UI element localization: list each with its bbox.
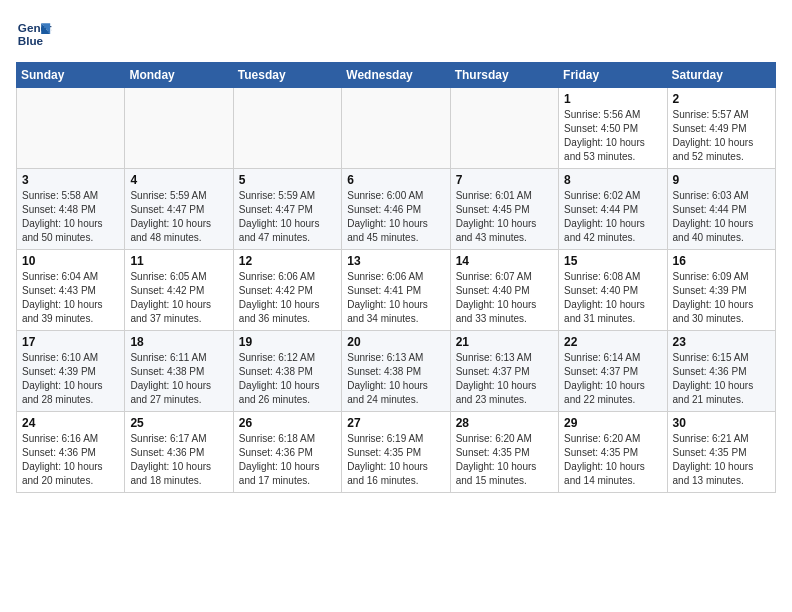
week-row-1: 3Sunrise: 5:58 AMSunset: 4:48 PMDaylight… (17, 169, 776, 250)
calendar-cell: 5Sunrise: 5:59 AMSunset: 4:47 PMDaylight… (233, 169, 341, 250)
calendar-cell: 6Sunrise: 6:00 AMSunset: 4:46 PMDaylight… (342, 169, 450, 250)
day-number: 10 (22, 254, 119, 268)
day-number: 14 (456, 254, 553, 268)
day-number: 13 (347, 254, 444, 268)
day-number: 9 (673, 173, 770, 187)
day-info: Sunrise: 5:59 AMSunset: 4:47 PMDaylight:… (130, 189, 227, 245)
weekday-tuesday: Tuesday (233, 63, 341, 88)
day-info: Sunrise: 6:17 AMSunset: 4:36 PMDaylight:… (130, 432, 227, 488)
day-number: 8 (564, 173, 661, 187)
calendar-table: SundayMondayTuesdayWednesdayThursdayFrid… (16, 62, 776, 493)
calendar-cell: 28Sunrise: 6:20 AMSunset: 4:35 PMDayligh… (450, 412, 558, 493)
day-number: 25 (130, 416, 227, 430)
day-number: 21 (456, 335, 553, 349)
day-info: Sunrise: 6:21 AMSunset: 4:35 PMDaylight:… (673, 432, 770, 488)
day-info: Sunrise: 6:06 AMSunset: 4:41 PMDaylight:… (347, 270, 444, 326)
day-info: Sunrise: 6:07 AMSunset: 4:40 PMDaylight:… (456, 270, 553, 326)
day-number: 18 (130, 335, 227, 349)
weekday-thursday: Thursday (450, 63, 558, 88)
day-info: Sunrise: 6:05 AMSunset: 4:42 PMDaylight:… (130, 270, 227, 326)
calendar-cell: 4Sunrise: 5:59 AMSunset: 4:47 PMDaylight… (125, 169, 233, 250)
day-number: 16 (673, 254, 770, 268)
calendar-cell: 1Sunrise: 5:56 AMSunset: 4:50 PMDaylight… (559, 88, 667, 169)
day-info: Sunrise: 6:04 AMSunset: 4:43 PMDaylight:… (22, 270, 119, 326)
week-row-4: 24Sunrise: 6:16 AMSunset: 4:36 PMDayligh… (17, 412, 776, 493)
day-number: 23 (673, 335, 770, 349)
week-row-2: 10Sunrise: 6:04 AMSunset: 4:43 PMDayligh… (17, 250, 776, 331)
day-info: Sunrise: 6:10 AMSunset: 4:39 PMDaylight:… (22, 351, 119, 407)
week-row-3: 17Sunrise: 6:10 AMSunset: 4:39 PMDayligh… (17, 331, 776, 412)
calendar-cell: 26Sunrise: 6:18 AMSunset: 4:36 PMDayligh… (233, 412, 341, 493)
calendar-cell: 24Sunrise: 6:16 AMSunset: 4:36 PMDayligh… (17, 412, 125, 493)
day-number: 24 (22, 416, 119, 430)
calendar-cell: 19Sunrise: 6:12 AMSunset: 4:38 PMDayligh… (233, 331, 341, 412)
week-row-0: 1Sunrise: 5:56 AMSunset: 4:50 PMDaylight… (17, 88, 776, 169)
day-number: 6 (347, 173, 444, 187)
calendar-cell: 29Sunrise: 6:20 AMSunset: 4:35 PMDayligh… (559, 412, 667, 493)
calendar-cell: 15Sunrise: 6:08 AMSunset: 4:40 PMDayligh… (559, 250, 667, 331)
calendar-cell (17, 88, 125, 169)
day-number: 1 (564, 92, 661, 106)
weekday-wednesday: Wednesday (342, 63, 450, 88)
day-info: Sunrise: 6:19 AMSunset: 4:35 PMDaylight:… (347, 432, 444, 488)
day-info: Sunrise: 6:08 AMSunset: 4:40 PMDaylight:… (564, 270, 661, 326)
weekday-sunday: Sunday (17, 63, 125, 88)
day-info: Sunrise: 6:03 AMSunset: 4:44 PMDaylight:… (673, 189, 770, 245)
day-info: Sunrise: 6:14 AMSunset: 4:37 PMDaylight:… (564, 351, 661, 407)
day-info: Sunrise: 6:15 AMSunset: 4:36 PMDaylight:… (673, 351, 770, 407)
calendar-cell: 21Sunrise: 6:13 AMSunset: 4:37 PMDayligh… (450, 331, 558, 412)
svg-text:Blue: Blue (18, 34, 44, 47)
calendar-cell: 22Sunrise: 6:14 AMSunset: 4:37 PMDayligh… (559, 331, 667, 412)
calendar-cell: 7Sunrise: 6:01 AMSunset: 4:45 PMDaylight… (450, 169, 558, 250)
calendar-cell: 27Sunrise: 6:19 AMSunset: 4:35 PMDayligh… (342, 412, 450, 493)
day-number: 7 (456, 173, 553, 187)
day-number: 4 (130, 173, 227, 187)
day-info: Sunrise: 6:20 AMSunset: 4:35 PMDaylight:… (564, 432, 661, 488)
calendar-cell: 13Sunrise: 6:06 AMSunset: 4:41 PMDayligh… (342, 250, 450, 331)
day-number: 3 (22, 173, 119, 187)
weekday-header-row: SundayMondayTuesdayWednesdayThursdayFrid… (17, 63, 776, 88)
day-number: 30 (673, 416, 770, 430)
day-info: Sunrise: 6:01 AMSunset: 4:45 PMDaylight:… (456, 189, 553, 245)
day-number: 5 (239, 173, 336, 187)
calendar-cell (342, 88, 450, 169)
day-number: 20 (347, 335, 444, 349)
day-number: 2 (673, 92, 770, 106)
day-info: Sunrise: 6:18 AMSunset: 4:36 PMDaylight:… (239, 432, 336, 488)
calendar-cell: 8Sunrise: 6:02 AMSunset: 4:44 PMDaylight… (559, 169, 667, 250)
calendar-cell: 18Sunrise: 6:11 AMSunset: 4:38 PMDayligh… (125, 331, 233, 412)
day-info: Sunrise: 6:02 AMSunset: 4:44 PMDaylight:… (564, 189, 661, 245)
day-info: Sunrise: 6:20 AMSunset: 4:35 PMDaylight:… (456, 432, 553, 488)
day-info: Sunrise: 6:06 AMSunset: 4:42 PMDaylight:… (239, 270, 336, 326)
weekday-friday: Friday (559, 63, 667, 88)
header: General Blue (16, 16, 776, 52)
calendar-cell (450, 88, 558, 169)
day-info: Sunrise: 6:13 AMSunset: 4:37 PMDaylight:… (456, 351, 553, 407)
calendar-cell: 20Sunrise: 6:13 AMSunset: 4:38 PMDayligh… (342, 331, 450, 412)
day-number: 15 (564, 254, 661, 268)
calendar-cell: 9Sunrise: 6:03 AMSunset: 4:44 PMDaylight… (667, 169, 775, 250)
day-number: 17 (22, 335, 119, 349)
day-info: Sunrise: 5:59 AMSunset: 4:47 PMDaylight:… (239, 189, 336, 245)
day-number: 27 (347, 416, 444, 430)
calendar-cell: 3Sunrise: 5:58 AMSunset: 4:48 PMDaylight… (17, 169, 125, 250)
day-number: 11 (130, 254, 227, 268)
calendar-cell: 23Sunrise: 6:15 AMSunset: 4:36 PMDayligh… (667, 331, 775, 412)
weekday-saturday: Saturday (667, 63, 775, 88)
day-info: Sunrise: 6:13 AMSunset: 4:38 PMDaylight:… (347, 351, 444, 407)
day-info: Sunrise: 6:09 AMSunset: 4:39 PMDaylight:… (673, 270, 770, 326)
day-info: Sunrise: 5:57 AMSunset: 4:49 PMDaylight:… (673, 108, 770, 164)
day-number: 12 (239, 254, 336, 268)
calendar-cell (233, 88, 341, 169)
calendar-cell: 30Sunrise: 6:21 AMSunset: 4:35 PMDayligh… (667, 412, 775, 493)
day-info: Sunrise: 6:16 AMSunset: 4:36 PMDaylight:… (22, 432, 119, 488)
weekday-monday: Monday (125, 63, 233, 88)
day-info: Sunrise: 5:56 AMSunset: 4:50 PMDaylight:… (564, 108, 661, 164)
logo-icon: General Blue (16, 16, 52, 52)
calendar-cell: 11Sunrise: 6:05 AMSunset: 4:42 PMDayligh… (125, 250, 233, 331)
calendar-cell: 14Sunrise: 6:07 AMSunset: 4:40 PMDayligh… (450, 250, 558, 331)
calendar-cell: 12Sunrise: 6:06 AMSunset: 4:42 PMDayligh… (233, 250, 341, 331)
calendar-cell: 16Sunrise: 6:09 AMSunset: 4:39 PMDayligh… (667, 250, 775, 331)
calendar-cell: 25Sunrise: 6:17 AMSunset: 4:36 PMDayligh… (125, 412, 233, 493)
day-number: 29 (564, 416, 661, 430)
